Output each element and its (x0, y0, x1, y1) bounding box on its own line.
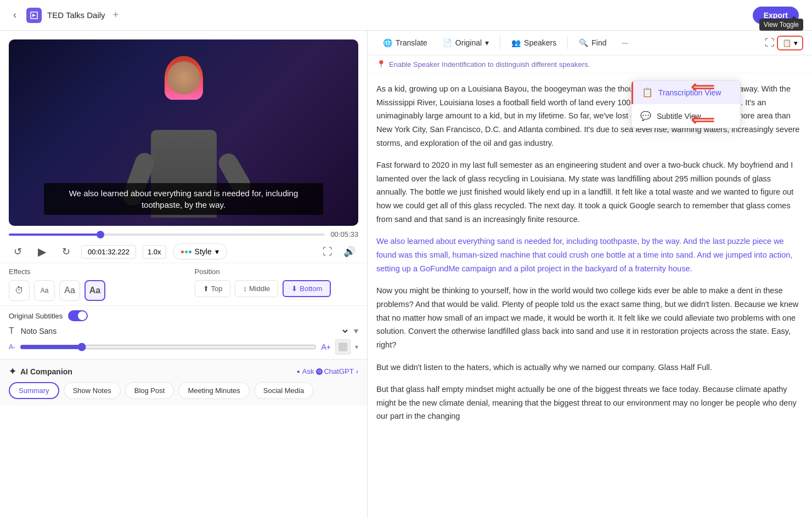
effect-clock[interactable]: ⏱ (9, 280, 30, 301)
effect-text-bold[interactable]: Aa (84, 280, 105, 301)
top-bar: ‹ TED Talks Daily + Export View Toggle (0, 0, 812, 31)
timestamp-input[interactable] (81, 245, 136, 259)
view-mode-button[interactable]: 📋 ▾ (777, 36, 803, 50)
view-mode-icon: 📋 (782, 39, 792, 47)
size-plus-label: A+ (321, 343, 331, 351)
red-arrow-2: ⟸ (691, 112, 714, 128)
original-button[interactable]: 📄 Original ▾ (436, 35, 495, 50)
tab-social-media[interactable]: Social Media (254, 382, 313, 399)
screen-button[interactable]: ⛶ (319, 243, 336, 260)
speakers-icon: 👥 (511, 38, 521, 47)
dropdown-item-subtitle[interactable]: 💬 Subtitle View (631, 104, 740, 128)
speaker-note: 📍 Enable Speaker Indentification to dist… (368, 55, 812, 73)
font-dropdown-icon: ▾ (354, 326, 358, 336)
transcript-para-2: Fast forward to 2020 in my last full sem… (376, 158, 803, 226)
translate-button[interactable]: 🌐 Translate (376, 35, 434, 50)
red-arrow-1: ⟸ (691, 79, 714, 95)
style-button[interactable]: Style ▾ (173, 243, 227, 260)
speed-button[interactable]: 1.0x (143, 245, 166, 259)
play-button[interactable]: ▶ (33, 243, 50, 260)
find-button[interactable]: 🔍 Find (572, 35, 613, 50)
find-icon: 🔍 (579, 38, 588, 47)
original-subtitles-label: Original Subtitles (9, 312, 63, 320)
transcript-para-5: But we didn't listen to the haters, whic… (376, 361, 803, 374)
speakers-button[interactable]: 👥 Speakers (505, 35, 563, 50)
tab-summary[interactable]: Summary (9, 382, 59, 399)
transcript-para-4: Now you might be thinking to yourself, h… (376, 284, 803, 351)
ai-companion-title: AI Companion (20, 367, 72, 376)
fullscreen-button[interactable]: ⛶ (765, 37, 775, 49)
app-icon (26, 8, 42, 23)
dropdown-item-transcription[interactable]: 📋 Transcription View (631, 81, 740, 104)
color-picker[interactable] (335, 339, 351, 355)
back-button[interactable]: ‹ (9, 7, 21, 23)
tab-show-notes[interactable]: Show Notes (64, 382, 121, 399)
location-icon: 📍 (376, 60, 386, 69)
bottom-arrow-icon: ⬇ (291, 284, 297, 293)
effects-label: Effects (9, 267, 173, 276)
tab-title: TED Talks Daily (47, 10, 105, 20)
app-container: ‹ TED Talks Daily + Export View Toggle (0, 0, 812, 518)
view-dropdown-menu: 📋 Transcription View 💬 Subtitle View (631, 80, 741, 128)
position-label: Position (195, 267, 359, 276)
subtitle-overlay: We also learned about everything sand is… (44, 183, 324, 215)
video-container: We also learned about everything sand is… (9, 39, 358, 226)
top-arrow-icon: ⬆ (203, 284, 209, 293)
position-middle[interactable]: ↕ Middle (235, 280, 278, 297)
ai-companion: ✦ AI Companion ● Ask G ChatGPT › Summ (0, 359, 367, 406)
size-minus-label: A- (9, 343, 15, 351)
effect-text-md[interactable]: Aa (59, 280, 80, 301)
ask-chatgpt-button[interactable]: ● Ask G ChatGPT › (297, 367, 358, 375)
color-dropdown-icon: ▾ (355, 343, 358, 351)
rewind-button[interactable]: ↺ (9, 243, 26, 260)
volume-button[interactable]: 🔊 (341, 243, 358, 260)
subtitle-icon: 💬 (640, 111, 651, 121)
font-select[interactable]: Noto Sans (19, 326, 349, 336)
transcript-toolbar: 🌐 Translate 📄 Original ▾ 👥 Speakers 🔍 Fi… (368, 31, 812, 55)
tab-blog-post[interactable]: Blog Post (125, 382, 174, 399)
transcript-para-3: We also learned about everything sand is… (376, 235, 803, 275)
original-icon: 📄 (443, 38, 452, 47)
size-slider[interactable] (20, 343, 317, 351)
position-top[interactable]: ⬆ Top (195, 280, 231, 297)
ai-icon: ✦ (9, 366, 16, 377)
effect-text-sm[interactable]: Aa (34, 280, 55, 301)
font-icon: T (9, 326, 14, 336)
transcript-para-6: But that glass half empty mindset might … (376, 383, 803, 423)
forward-button[interactable]: ↻ (57, 243, 75, 260)
translate-icon: 🌐 (383, 38, 392, 47)
progress-bar[interactable] (9, 234, 325, 236)
position-bottom[interactable]: ⬇ Bottom (283, 280, 331, 297)
tab-meeting-minutes[interactable]: Meeting Minutes (178, 382, 249, 399)
more-button[interactable]: ··· (615, 35, 635, 50)
transcription-icon: 📋 (642, 87, 653, 98)
transcript-body[interactable]: As a kid, growing up on a Louisiana Bayo… (368, 73, 812, 518)
duration-display: 00:05:33 (330, 230, 358, 238)
add-tab-button[interactable]: + (113, 9, 119, 21)
view-toggle-label: View Toggle (759, 19, 803, 31)
subtitles-toggle[interactable] (68, 310, 88, 321)
middle-arrow-icon: ↕ (243, 284, 247, 293)
